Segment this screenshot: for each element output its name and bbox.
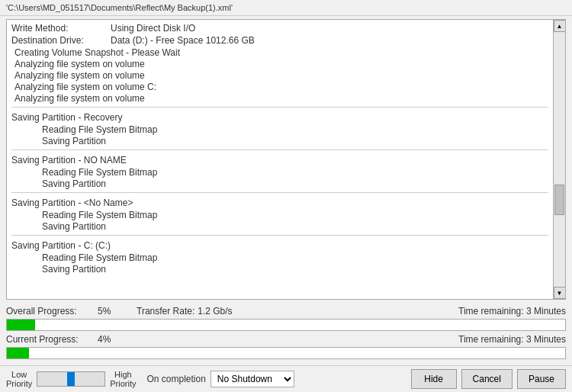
current-time-label: Time remaining: (458, 334, 524, 345)
overall-progress-label: Overall Progress: (6, 306, 98, 316)
title-bar: 'C:\Users\MD_051517\Documents\Reflect\My… (0, 0, 572, 16)
section-0-line-1: Saving Partition (11, 136, 548, 146)
section-header-0: Saving Partition - Recovery (11, 112, 548, 123)
scroll-down-button[interactable]: ▼ (554, 287, 566, 299)
overall-progress-percent: 5% (98, 306, 124, 316)
overall-progress-bar-container (6, 319, 566, 331)
section-header-1: Saving Partition - NO NAME (11, 155, 548, 165)
hide-button[interactable]: Hide (411, 369, 457, 389)
scroll-down-icon: ▼ (557, 290, 563, 297)
write-method-label: Write Method: (11, 23, 111, 34)
write-method-row: Write Method: Using Direct Disk I/O (11, 23, 548, 34)
status-line-1: Analyzing file system on volume (11, 59, 548, 69)
status-line-4: Analyzing file system on volume (11, 93, 548, 104)
overall-progress-bar-fill (7, 320, 35, 330)
divider-2 (11, 192, 548, 193)
divider-3 (11, 235, 548, 236)
current-time-value: 3 Minutes (526, 334, 566, 345)
cancel-button[interactable]: Cancel (461, 369, 513, 389)
priority-slider[interactable] (37, 371, 105, 387)
high-priority-label: High Priority (110, 370, 136, 388)
overall-time-value: 3 Minutes (526, 306, 566, 316)
destination-drive-row: Destination Drive: Data (D:) - Free Spac… (11, 35, 548, 46)
priority-slider-thumb (67, 372, 75, 386)
bottom-bar: Low Priority High Priority On completion… (0, 365, 572, 392)
completion-dropdown[interactable]: No Shutdown Shutdown Restart Sleep (210, 371, 294, 387)
scrollbar-track-area[interactable] (554, 32, 565, 287)
scroll-up-button[interactable]: ▲ (554, 20, 566, 32)
file-path: 'C:\Users\MD_051517\Documents\Reflect\My… (6, 3, 233, 12)
current-progress-bar-fill (7, 348, 29, 358)
current-progress-bar-container (6, 347, 566, 359)
divider-0 (11, 107, 548, 108)
log-area: Write Method: Using Direct Disk I/O Dest… (6, 19, 566, 300)
section-2-line-1: Saving Partition (11, 221, 548, 232)
section-1-line-1: Saving Partition (11, 178, 548, 189)
overall-progress-row: Overall Progress: 5% Transfer Rate: 1.2 … (6, 306, 566, 316)
priority-slider-container[interactable] (37, 371, 105, 387)
section-1-line-0: Reading File System Bitmap (11, 167, 548, 178)
section-3-line-0: Reading File System Bitmap (11, 252, 548, 263)
divider-1 (11, 149, 548, 150)
status-line-3: Analyzing file system on volume C: (11, 82, 548, 92)
scrollbar-thumb[interactable] (554, 185, 564, 215)
overall-time-remaining: Time remaining: 3 Minutes (458, 306, 566, 316)
section-3-line-1: Saving Partition (11, 264, 548, 275)
destination-drive-label: Destination Drive: (11, 35, 111, 46)
section-header-2: Saving Partition - <No Name> (11, 198, 548, 208)
overall-time-label: Time remaining: (458, 306, 524, 316)
low-priority-label: Low Priority (6, 370, 32, 388)
current-progress-percent: 4% (98, 334, 124, 345)
transfer-rate-value: 1.2 Gb/s (198, 306, 232, 316)
section-2-line-0: Reading File System Bitmap (11, 210, 548, 220)
log-content: Write Method: Using Direct Disk I/O Dest… (7, 20, 553, 299)
current-time-remaining: Time remaining: 3 Minutes (458, 334, 566, 345)
pause-button[interactable]: Pause (517, 369, 566, 389)
write-method-value: Using Direct Disk I/O (111, 23, 195, 34)
destination-drive-value: Data (D:) - Free Space 1012.66 GB (111, 35, 255, 46)
status-line-0: Creating Volume Snapshot - Please Wait (11, 47, 548, 58)
current-progress-label: Current Progress: (6, 334, 98, 345)
main-window: 'C:\Users\MD_051517\Documents\Reflect\My… (0, 0, 572, 392)
section-0-line-0: Reading File System Bitmap (11, 124, 548, 135)
log-scrollbar[interactable]: ▲ ▼ (553, 20, 565, 299)
current-progress-row: Current Progress: 4% Time remaining: 3 M… (6, 334, 566, 345)
scroll-up-icon: ▲ (557, 23, 563, 30)
progress-section: Overall Progress: 5% Transfer Rate: 1.2 … (0, 303, 572, 365)
transfer-rate-label: Transfer Rate: (137, 306, 194, 316)
section-header-3: Saving Partition - C: (C:) (11, 240, 548, 251)
status-line-2: Analyzing file system on volume (11, 70, 548, 81)
completion-label: On completion (146, 374, 205, 384)
